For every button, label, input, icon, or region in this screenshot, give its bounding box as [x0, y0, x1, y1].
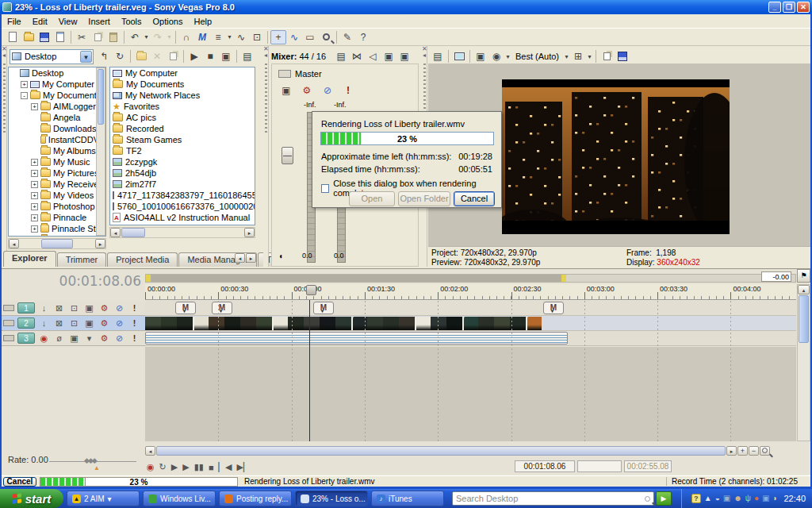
task-windows-liv-[interactable]: Windows Liv...: [143, 491, 216, 506]
auto-preview-button[interactable]: ▣: [218, 49, 234, 64]
tree-item[interactable]: +AIMLogger: [9, 101, 105, 112]
playhead-cursor[interactable]: [309, 300, 310, 441]
task-23-loss-o-[interactable]: 23% - Loss o...: [295, 491, 368, 506]
track-3-track-fx-button[interactable]: ▣: [68, 333, 80, 344]
transport-go-to-end-button[interactable]: ▶▏: [236, 462, 250, 472]
audio-event[interactable]: [145, 332, 568, 344]
views-button[interactable]: ▤: [239, 49, 255, 64]
minimize-button[interactable]: _: [768, 2, 781, 13]
file-item[interactable]: My Computer: [110, 67, 255, 79]
track-2-mute-button[interactable]: ⊘: [113, 318, 125, 329]
close-when-done-checkbox[interactable]: [321, 184, 329, 193]
tab-trimmer[interactable]: Trimmer: [57, 252, 107, 267]
master-solo-button[interactable]: !: [340, 83, 356, 98]
timeline-hscroll-thumb[interactable]: [156, 446, 726, 456]
tree-expand-icon[interactable]: +: [31, 225, 38, 233]
zoom-in-button[interactable]: +: [737, 446, 748, 456]
file-item[interactable]: 5760_100100616673376_10000020013002: [110, 201, 255, 212]
tree-item[interactable]: My Albums: [9, 145, 105, 156]
file-item[interactable]: AASIO4ALL v2 Instruction Manual: [110, 212, 255, 223]
track-3-phase-button[interactable]: ø: [53, 333, 65, 343]
menu-insert[interactable]: Insert: [82, 15, 116, 28]
tray-signal-icon[interactable]: ψ: [745, 494, 751, 503]
status-cancel-button[interactable]: Cancel: [3, 477, 36, 487]
track-3-automation-button[interactable]: ⚙: [98, 333, 110, 344]
tab-explorer[interactable]: Explorer: [3, 251, 56, 267]
tab-project-media[interactable]: Project Media: [107, 252, 178, 267]
tree-expand-icon[interactable]: +: [21, 81, 28, 88]
tree-expand-icon[interactable]: +: [31, 159, 38, 166]
start-button[interactable]: start: [0, 489, 63, 508]
cut-button[interactable]: ✂: [74, 30, 90, 44]
file-item[interactable]: AC pics: [110, 112, 255, 123]
tab-scroll-right-icon[interactable]: ▸: [246, 253, 256, 263]
media-generator-event[interactable]: M: [313, 302, 334, 314]
mixer-properties-button[interactable]: ▤: [333, 49, 349, 64]
preview-undock-icon[interactable]: ◂: [422, 52, 427, 59]
tray-help-icon[interactable]: ?: [691, 494, 701, 503]
insert-bus-button[interactable]: ▣: [396, 49, 412, 64]
master-fader-handle[interactable]: [282, 147, 293, 164]
move-button[interactable]: [165, 49, 181, 64]
tree-expand-icon[interactable]: +: [31, 181, 38, 188]
start-preview-button[interactable]: ▶: [186, 49, 202, 64]
tree-item[interactable]: +Pinnacle Stud: [9, 223, 105, 234]
menu-file[interactable]: File: [2, 15, 27, 28]
tree-expand-icon[interactable]: +: [31, 192, 38, 199]
automatic-crossfades-button[interactable]: M: [194, 30, 210, 44]
zoom-scroll-handle[interactable]: [146, 275, 566, 282]
transport-go-to-start-button[interactable]: ▏◀: [219, 462, 232, 472]
menu-edit[interactable]: Edit: [27, 15, 53, 28]
master-automation-button[interactable]: ⚙: [299, 83, 315, 98]
track-header-3[interactable]: 3◉ø▣▾⚙⊘!: [2, 331, 145, 346]
timecode-current[interactable]: 00:01:08.06: [515, 460, 575, 472]
envelope-edit-tool-button[interactable]: ∿: [286, 30, 302, 44]
tree-vscrollbar[interactable]: [96, 67, 105, 236]
tree-expand-icon[interactable]: +: [31, 170, 38, 177]
auto-ripple-button[interactable]: ≡: [210, 30, 226, 44]
transport-loop-playback-button[interactable]: ↻: [159, 462, 167, 472]
video-properties-button[interactable]: ▤: [430, 49, 446, 64]
whats-this-help-button[interactable]: ?: [355, 30, 371, 44]
zoom-tool-button[interactable]: [760, 446, 770, 456]
ignore-event-grouping-button[interactable]: ⊡: [249, 30, 265, 44]
track-1-automation-button[interactable]: ⚙: [98, 303, 110, 314]
transport-stop-button[interactable]: ■: [209, 463, 214, 472]
restore-button[interactable]: ❐: [783, 2, 795, 13]
new-project-button[interactable]: [5, 30, 21, 44]
scroll-left-icon[interactable]: ◂: [145, 446, 155, 456]
file-item[interactable]: My Documents: [110, 79, 255, 90]
menu-help[interactable]: Help: [188, 15, 217, 28]
scroll-right-icon[interactable]: ▸: [244, 228, 255, 237]
file-item[interactable]: Steam Games: [110, 134, 255, 145]
transport-record-button[interactable]: ◉: [147, 462, 155, 472]
file-item[interactable]: 2im27f7: [110, 179, 255, 190]
tree-expand-icon[interactable]: +: [31, 214, 38, 221]
folder-tree[interactable]: Desktop+My Computer-My Documents+AIMLogg…: [8, 67, 106, 237]
track-2-arm-arrow-button[interactable]: ↓: [38, 318, 50, 328]
tray-antivirus-icon[interactable]: ●: [754, 494, 759, 503]
scroll-right-icon[interactable]: ▸: [726, 446, 737, 456]
file-item[interactable]: 4717_1173842383797_1160186455_30495: [110, 190, 255, 201]
tree-expand-icon[interactable]: +: [31, 203, 38, 210]
track-minimize-button[interactable]: [3, 335, 14, 341]
timeline-vscroll-thumb[interactable]: [799, 295, 809, 343]
refresh-button[interactable]: ↻: [112, 49, 128, 64]
open-project-button[interactable]: [21, 30, 36, 44]
master-fx-button[interactable]: ▣: [278, 83, 294, 98]
track-3-mute-button[interactable]: ⊘: [113, 333, 125, 344]
track-1-arm-arrow-button[interactable]: ↓: [38, 303, 50, 313]
transport-play-from-start-button[interactable]: ▶: [171, 462, 178, 472]
split-screen-dropdown-button[interactable]: ▾: [504, 49, 511, 64]
task-2-aim[interactable]: ▲2 AIM▾: [67, 491, 140, 506]
track-2-track-fx-button[interactable]: ▣: [83, 318, 95, 329]
tree-item[interactable]: +Pinnacle: [9, 212, 105, 223]
menu-view[interactable]: View: [53, 15, 83, 28]
track-2-track-motion-button[interactable]: ⊡: [68, 318, 80, 329]
filelist-hscroll-thumb[interactable]: [121, 228, 145, 237]
media-generator-event[interactable]: M: [212, 302, 232, 314]
rate-slider-handle[interactable]: ◆◆◆: [84, 456, 96, 464]
media-generator-event[interactable]: M: [543, 302, 564, 314]
file-item[interactable]: 2czypgk: [110, 156, 255, 167]
track-2-automation-button[interactable]: ⚙: [98, 318, 110, 329]
